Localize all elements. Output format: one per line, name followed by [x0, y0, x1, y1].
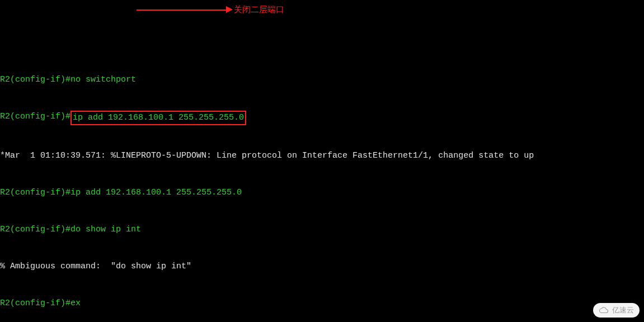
line-5: % Ambiguous command: "do show ip int"	[0, 261, 644, 273]
annotation-label: 关闭二层端口	[234, 4, 284, 17]
highlight-box: ip add 192.168.100.1 255.255.255.0	[70, 111, 246, 125]
line-0: R2(config-if)#no switchport	[0, 74, 644, 86]
annotation-arrow-line	[137, 10, 229, 11]
prompt: R2(config-if)#	[0, 74, 70, 86]
line-4: R2(config-if)#do show ip int	[0, 224, 644, 236]
error-message: % Ambiguous command: "do show ip int"	[0, 261, 191, 273]
cloud-icon	[599, 306, 609, 314]
command: no switchport	[70, 74, 136, 86]
prompt: R2(config-if)#	[0, 111, 70, 125]
log-message: *Mar 1 01:10:39.571: %LINEPROTO-5-UPDOWN…	[0, 150, 534, 162]
annotation-arrow-head	[226, 6, 233, 13]
line-1: R2(config-if)#ip add 192.168.100.1 255.2…	[0, 111, 644, 125]
command: ip add 192.168.100.1 255.255.255.0	[73, 113, 244, 122]
command: ip add 192.168.100.1 255.255.255.0	[70, 187, 242, 199]
prompt: R2(config-if)#	[0, 297, 70, 310]
watermark-text: 亿速云	[612, 304, 634, 316]
prompt: R2(config-if)#	[0, 224, 70, 236]
prompt: R2(config-if)#	[0, 187, 70, 199]
line-2: *Mar 1 01:10:39.571: %LINEPROTO-5-UPDOWN…	[0, 150, 644, 162]
command: ex	[70, 297, 81, 310]
watermark-badge: 亿速云	[593, 303, 640, 318]
command: do show ip int	[70, 224, 141, 236]
terminal[interactable]: R2(config-if)#no switchport R2(config-if…	[0, 49, 644, 322]
line-3: R2(config-if)#ip add 192.168.100.1 255.2…	[0, 187, 644, 199]
line-6: R2(config-if)#ex	[0, 297, 644, 310]
